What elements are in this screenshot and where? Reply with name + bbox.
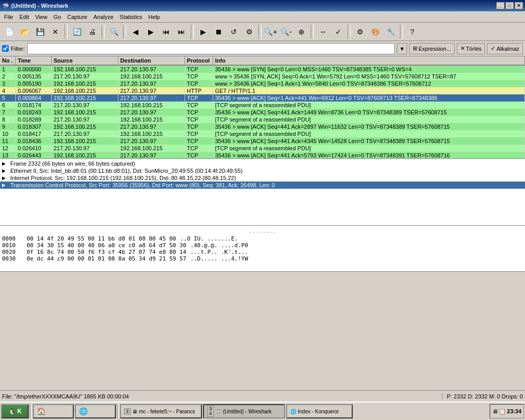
go-first-button[interactable]: ⏮	[159, 25, 173, 39]
konqueror-label: Index - Konqueror	[298, 409, 339, 414]
filter-dropdown[interactable]: ▼	[397, 43, 407, 54]
col-header-info[interactable]: Info	[213, 56, 525, 65]
expand-icon[interactable]: ▶	[2, 175, 8, 181]
menu-item-help[interactable]: Help	[145, 11, 163, 22]
table-row[interactable]: 50.009864192.168.100.215217.20.130.97TCP…	[0, 94, 525, 102]
tray-icon-1: 🖥	[492, 408, 498, 414]
detail-row[interactable]: ▶Internet Protocol, Src: 192.168.100.215…	[0, 174, 525, 182]
tools-button[interactable]: 🔧	[383, 25, 398, 39]
hex-offset: 0010	[2, 242, 23, 249]
table-row[interactable]: 80.018289217.20.130.97192.168.100.215TCP…	[0, 116, 525, 123]
packet-detail[interactable]: ▶Frame 2332 (66 bytes on wire, 66 bytes …	[0, 159, 525, 226]
detail-row[interactable]: ▶Ethernet II, Src: Intel_bb:d8:01 (00:11…	[0, 167, 525, 174]
menubar: FileEditViewGoCaptureAnalyzeStatisticsHe…	[0, 11, 525, 23]
go-back-button[interactable]: ◀	[128, 25, 143, 39]
titlebar-controls[interactable]: _ □ ✕	[496, 2, 523, 9]
reload-button[interactable]: 🔄	[70, 25, 84, 39]
table-row[interactable]: 20.005135217.20.130.97192.168.100.215TCP…	[0, 73, 525, 80]
home-icon: 🏠	[37, 407, 46, 415]
taskbar-btn-konqueror[interactable]: 🌐 Index - Konqueror	[286, 404, 353, 418]
filterbar: Filter: ▼ ⊞ Expression... ✕ Törlés ✓ Alk…	[0, 41, 525, 56]
menu-item-view[interactable]: View	[32, 11, 51, 22]
mark-packet-button[interactable]: ✓	[331, 25, 346, 39]
table-row[interactable]: 60.018174217.20.130.97192.168.100.215TCP…	[0, 102, 525, 109]
zoom-out-button[interactable]: 🔍-	[279, 25, 293, 39]
menu-item-file[interactable]: File	[1, 11, 16, 22]
hex-ascii: .40.@.@. ....d.P0	[190, 242, 248, 249]
status-left: File: "/tmp/etherXXXXMCAA9U" 1865 KB 00:…	[2, 393, 442, 399]
menu-item-statistics[interactable]: Statistics	[116, 11, 145, 22]
table-row[interactable]: 70.018243192.168.100.215217.20.130.97TCP…	[0, 109, 525, 116]
col-header-source[interactable]: Source	[51, 56, 118, 65]
menu-item-go[interactable]: Go	[50, 11, 64, 22]
browser-icon: 🌐	[79, 407, 88, 415]
new-button[interactable]: 📄	[2, 25, 16, 39]
resize-columns-button[interactable]: ↔	[316, 25, 330, 39]
table-row[interactable]: 10.000000192.168.100.215217.20.130.97TCP…	[0, 65, 525, 73]
table-row[interactable]: 110.018436192.168.100.215217.20.130.97TC…	[0, 137, 525, 145]
taskbar-btn-mc[interactable]: 2 🖥 mc - fekete5:~ - Parancs	[120, 404, 202, 418]
ws-num-group: 3 4	[207, 406, 214, 417]
filter-checkbox[interactable]	[2, 45, 9, 52]
table-row[interactable]: 90.018307192.168.100.215217.20.130.97TCP…	[0, 123, 525, 130]
taskbar-btn-browser[interactable]: 🌐	[75, 404, 116, 418]
maximize-button[interactable]: □	[506, 2, 514, 9]
col-header-time[interactable]: Time	[15, 56, 51, 65]
capture-start-button[interactable]: ▶	[196, 25, 210, 39]
separator-4	[191, 25, 194, 39]
zoom-in-button[interactable]: 🔍+	[264, 25, 278, 39]
col-header-protocol[interactable]: Protocol	[185, 56, 213, 65]
detail-row[interactable]: ▶Frame 2332 (66 bytes on wire, 66 bytes …	[0, 160, 525, 167]
table-row[interactable]: 120.026410217.20.130.97192.168.100.215TC…	[0, 145, 525, 152]
table-row[interactable]: 100.018417217.20.130.97192.168.100.215TC…	[0, 130, 525, 137]
print-button[interactable]: 🖨	[85, 25, 99, 39]
coloring-button[interactable]: 🎨	[368, 25, 382, 39]
detail-row[interactable]: ▶Transmission Control Protocol, Src Port…	[0, 182, 525, 189]
table-row[interactable]: 40.006067192.168.100.215217.20.130.97HTT…	[0, 87, 525, 94]
expand-icon[interactable]: ▶	[2, 161, 8, 166]
filter-input[interactable]	[27, 43, 395, 54]
table-row[interactable]: 130.026443192.168.100.215217.20.130.97TC…	[0, 152, 525, 159]
clear-filter-button[interactable]: ✕ Törlés	[457, 43, 486, 54]
go-forward-button[interactable]: ▶	[144, 25, 158, 39]
capture-restart-button[interactable]: ↺	[227, 25, 241, 39]
preferences-button[interactable]: ⚙	[353, 25, 367, 39]
expression-button[interactable]: ⊞ Expression...	[409, 43, 455, 54]
go-last-button[interactable]: ⏭	[174, 25, 189, 39]
hex-bytes: 00 34 30 15 40 00 40 06 a0 ce c0 a8 64 d…	[27, 242, 186, 249]
separator-5	[258, 25, 261, 39]
window-title: (Untitled) - Wireshark	[11, 3, 68, 9]
taskbar: 🐧 K 🏠 🌐 2 🖥 mc - fekete5:~ - Parancs 3 4…	[0, 402, 525, 420]
expand-icon[interactable]: ▶	[2, 183, 8, 188]
close-button[interactable]: ✕	[48, 25, 63, 39]
taskbar-sep-1	[30, 404, 32, 418]
save-button[interactable]: 💾	[33, 25, 47, 39]
capture-stop-button[interactable]: ⏹	[211, 25, 226, 39]
col-header-destination[interactable]: Destination	[118, 56, 185, 65]
capture-options-button[interactable]: ⚙	[242, 25, 256, 39]
menu-item-analyze[interactable]: Analyze	[90, 11, 116, 22]
close-button[interactable]: ✕	[515, 2, 523, 9]
taskbar-btn-wireshark[interactable]: 3 4 🦈 (Untitled) - Wireshark	[203, 404, 285, 418]
expand-icon[interactable]: ▶	[2, 168, 8, 173]
system-tray: 🖥 📋 23:34	[490, 404, 524, 418]
start-icon: 🐧	[8, 408, 16, 415]
open-button[interactable]: 📂	[17, 25, 32, 39]
packet-list-scroll[interactable]: No . Time Source Destination Protocol In…	[0, 56, 525, 159]
menu-item-capture[interactable]: Capture	[64, 11, 90, 22]
minimize-button[interactable]: _	[496, 2, 504, 9]
apply-filter-button[interactable]: ✓ Alkalmaz	[487, 43, 523, 54]
start-button[interactable]: 🐧 K	[1, 404, 29, 418]
col-header-no[interactable]: No .	[0, 56, 15, 65]
hex-bytes: 0f 16 8c 74 00 50 f6 f3 cf 4b 27 07 74 e…	[27, 249, 186, 255]
menu-item-edit[interactable]: Edit	[16, 11, 32, 22]
hex-dump[interactable]: ........ 000000 14 4f 20 49 55 00 11 bb …	[0, 226, 525, 272]
packet-list-body: 10.000000192.168.100.215217.20.130.97TCP…	[0, 65, 525, 159]
mc-icon: 🖥	[132, 409, 137, 414]
zoom-normal-button[interactable]: ⊕	[294, 25, 309, 39]
find-button[interactable]: 🔍	[107, 25, 121, 39]
taskbar-btn-home[interactable]: 🏠	[33, 404, 74, 418]
table-row[interactable]: 30.005190192.168.100.215217.20.130.97TCP…	[0, 80, 525, 87]
packet-list-header: No . Time Source Destination Protocol In…	[0, 56, 525, 65]
help-button[interactable]: ?	[405, 25, 419, 39]
